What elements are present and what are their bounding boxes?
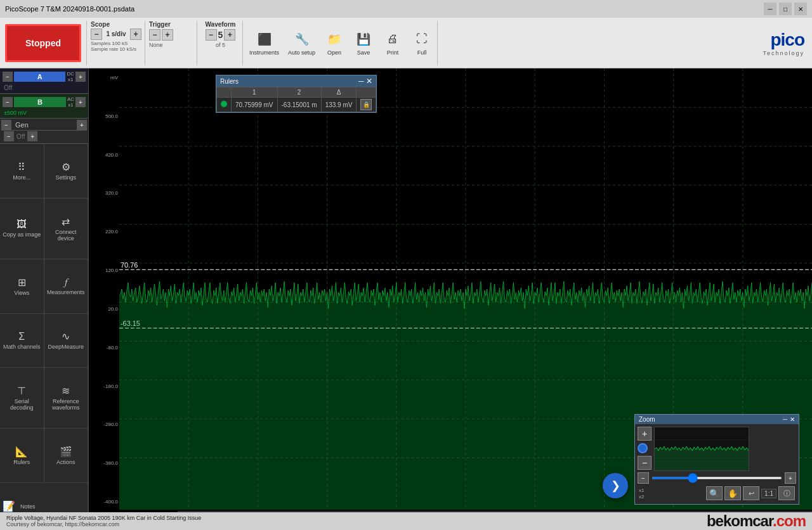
maximize-button[interactable]: □ — [779, 3, 792, 15]
tools-grid: ⠿ More... ⚙ Settings 🖼 Copy as image ⇄ C… — [0, 144, 88, 530]
main-area: − A DC x1 + Off − B AC x1 — [0, 68, 812, 530]
channel-a-status: Off — [1, 84, 87, 92]
waveform-plus[interactable]: + — [224, 29, 235, 41]
zoom-slider-row: − + — [638, 471, 796, 485]
zoom-header: Zoom ─ ✕ — [635, 415, 799, 424]
zoom-close-button[interactable]: ✕ — [790, 416, 795, 423]
zoom-body: + − — [635, 424, 799, 504]
waveform-of: of 5 — [216, 42, 225, 48]
titlebar: PicoScope 7 T&M 20240918-0001.psdata ─ □… — [0, 0, 812, 18]
views-button[interactable]: ⊞ Views — [0, 259, 44, 314]
channel-a-minus[interactable]: − — [3, 72, 13, 82]
serial-decoding-icon: ⊤ — [17, 385, 26, 397]
zoom-minimize-button[interactable]: ─ — [783, 416, 787, 423]
gen-minus[interactable]: − — [1, 120, 11, 130]
full-icon: ⛶ — [412, 30, 432, 48]
window-controls: ─ □ ✕ — [764, 3, 807, 15]
deep-measure-icon: ∿ — [62, 330, 70, 342]
instruments-icon: ⬛ — [254, 30, 275, 48]
settings-icon: ⚙ — [62, 161, 70, 173]
settings-button[interactable]: ⚙ Settings — [44, 144, 89, 198]
zoom-reset-button[interactable]: ↩ — [743, 486, 759, 500]
status-line2: Courtesy of bekomcar, https://bekomcar.c… — [6, 521, 201, 527]
print-icon: 🖨 — [383, 30, 403, 48]
timescale-value: 1 s/div — [103, 30, 129, 37]
chart-area: mV 500.0 420.0 320.0 220.0 120.0 20.0 -8… — [89, 68, 812, 530]
save-button[interactable]: 💾 Save — [351, 28, 376, 58]
forward-button[interactable]: ❯ — [603, 473, 628, 498]
measurements-button[interactable]: 𝑓 Measurements — [44, 259, 89, 314]
timescale-minus[interactable]: − — [91, 29, 102, 40]
timescale-plus[interactable]: + — [130, 29, 141, 40]
gen-off-minus[interactable]: − — [4, 131, 14, 141]
status-line1: Ripple Voltage, Hyundai NF Sonata 2005 1… — [6, 515, 201, 521]
ruler-lock-button[interactable]: 🔒 — [360, 99, 372, 110]
zoom-vertical-handle[interactable] — [638, 443, 648, 453]
reference-waveforms-icon: ≋ — [62, 385, 70, 397]
rulers-header: Rulers ─ ✕ — [216, 75, 376, 87]
save-icon: 💾 — [353, 30, 374, 48]
channel-b-panel: − B AC x1 + ±500 mV — [0, 94, 88, 119]
connect-device-button[interactable]: ⇄ Connect device — [44, 198, 89, 259]
full-button[interactable]: ⛶ Full — [409, 28, 435, 58]
rulers-panel: Rulers ─ ✕ 1 2 Δ — [216, 75, 377, 113]
gen-off-plus[interactable]: + — [27, 131, 37, 141]
trigger-plus[interactable]: + — [162, 29, 173, 41]
minimize-button[interactable]: ─ — [764, 3, 776, 15]
waveform-minus[interactable]: − — [206, 29, 217, 41]
zoom-magnify-button[interactable]: 🔍 — [706, 486, 723, 500]
samples-info: Samples 100 kS Sample rate 10 kS/s — [91, 41, 136, 52]
actions-button[interactable]: 🎬 Actions — [44, 429, 89, 483]
zoom-x1-label: x1 — [639, 488, 644, 493]
measurements-icon: 𝑓 — [65, 276, 67, 288]
timescale-control: − 1 s/div + — [91, 29, 141, 40]
serial-decoding-button[interactable]: ⊤ Serial decoding — [0, 368, 44, 429]
rulers-minimize-button[interactable]: ─ — [358, 77, 364, 86]
zoom-minus-button[interactable]: − — [638, 456, 652, 470]
zoom-preview — [654, 427, 749, 471]
waveform-label: Waveform — [206, 21, 236, 28]
trigger-minus[interactable]: − — [149, 29, 160, 41]
channel-b-minus[interactable]: − — [3, 97, 13, 107]
channel-b-plus[interactable]: + — [75, 97, 86, 107]
toolbar: Stopped Scope − 1 s/div + Samples 100 kS… — [0, 18, 812, 68]
rulers-close-button[interactable]: ✕ — [366, 77, 372, 86]
print-button[interactable]: 🖨 Print — [380, 28, 405, 58]
copy-image-button[interactable]: 🖼 Copy as image — [0, 198, 44, 259]
auto-setup-button[interactable]: 🔧 Auto setup — [285, 28, 318, 58]
close-button[interactable]: ✕ — [794, 3, 807, 15]
waveform-num: 5 — [218, 30, 223, 40]
zoom-h-plus[interactable]: + — [785, 472, 796, 484]
channel-a-button[interactable]: A — [14, 72, 65, 82]
rulers-row: 70.75999 mV -63.15001 m 133.9 mV 🔒 — [217, 98, 376, 112]
channel-b-button[interactable]: B — [14, 97, 66, 107]
stopped-button[interactable]: Stopped — [5, 24, 81, 62]
rulers-button[interactable]: 📐 Rulers — [0, 429, 44, 483]
channel-a-plus[interactable]: + — [75, 72, 86, 82]
more-button[interactable]: ⠿ More... — [0, 144, 44, 198]
zoom-pan-button[interactable]: ✋ — [724, 486, 741, 500]
views-icon: ⊞ — [18, 276, 26, 288]
connect-device-icon: ⇄ — [62, 216, 70, 228]
zoom-info-button[interactable]: ⓘ — [778, 486, 795, 500]
deep-measure-button[interactable]: ∿ DeepMeasure — [44, 314, 89, 368]
gen-plus[interactable]: + — [77, 120, 87, 130]
reference-waveforms-button[interactable]: ≋ Reference waveforms — [44, 368, 89, 429]
instruments-button[interactable]: ⬛ Instruments — [247, 28, 282, 58]
zoom-h-slider[interactable] — [652, 477, 782, 479]
statusbar: Ripple Voltage, Hyundai NF Sonata 2005 1… — [0, 512, 812, 530]
trigger-none: None — [149, 42, 163, 48]
y-label-mv: mV — [90, 75, 118, 81]
copy-image-icon: 🖼 — [16, 219, 27, 230]
rulers-icon: 📐 — [15, 446, 28, 458]
zoom-plus-button[interactable]: + — [638, 427, 652, 441]
math-channels-button[interactable]: Σ Math channels — [0, 314, 44, 368]
bekomcar-logo: bekomcar.com — [707, 512, 806, 530]
svg-text:70.76: 70.76 — [121, 261, 138, 269]
open-button[interactable]: 📁 Open — [322, 28, 347, 58]
gen-panel: − Gen + − Off + — [0, 119, 88, 144]
trigger-label: Trigger — [149, 21, 171, 28]
y-axis: mV 500.0 420.0 320.0 220.0 120.0 20.0 -8… — [89, 75, 119, 505]
pico-logo: pico Technology — [763, 30, 809, 56]
zoom-h-minus[interactable]: − — [638, 472, 649, 484]
